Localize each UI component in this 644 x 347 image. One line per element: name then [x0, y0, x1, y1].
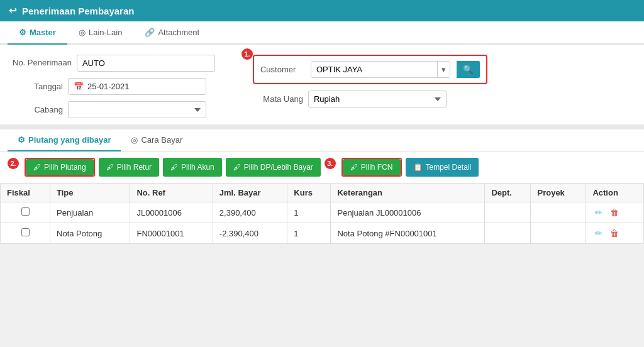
- attachment-icon: 🔗: [145, 28, 155, 37]
- action-buttons-row: 2. 🖋 Pilih Piutang 🖋 Pilih Retur 🖋 Pilih…: [0, 151, 644, 183]
- customer-dropdown-btn[interactable]: ▾: [437, 62, 450, 77]
- customer-input-group: ▾: [311, 61, 450, 78]
- action-cell-2: ✏ 🗑: [586, 223, 644, 244]
- lain-lain-icon: ◎: [79, 28, 86, 37]
- pilih-dp-btn[interactable]: 🖋 Pilih DP/Lebih Bayar: [226, 158, 321, 177]
- dept-cell-1: [485, 202, 531, 223]
- no-penerimaan-input[interactable]: [77, 55, 215, 72]
- col-dept: Dept.: [485, 184, 531, 202]
- customer-label: Customer: [260, 65, 304, 74]
- proyek-cell-2: [531, 223, 586, 244]
- tab-cara-bayar[interactable]: ◎ Cara Bayar: [121, 129, 192, 151]
- col-keterangan: Keterangan: [331, 184, 485, 202]
- badge-3: 3.: [325, 158, 336, 169]
- pilih-fcn-icon: 🖋: [350, 163, 358, 172]
- calendar-icon: 📅: [74, 82, 84, 91]
- section-divider: [0, 124, 644, 129]
- cabang-label: Cabang: [13, 105, 63, 114]
- table-row: Nota Potong FN00001001 -2,390,400 1 Nota…: [1, 223, 644, 244]
- pilih-akun-icon: 🖋: [170, 163, 178, 172]
- form-section: No. Penerimaan Tanggal 📅 25-01-2021 Caba…: [0, 45, 644, 124]
- piutang-icon: ⚙: [18, 135, 25, 145]
- keterangan-cell-2: Nota Potong #FN00001001: [331, 223, 485, 244]
- badge-2: 2.: [8, 158, 19, 169]
- pilih-retur-icon: 🖋: [106, 163, 114, 172]
- mata-uang-label: Mata Uang: [253, 94, 303, 104]
- col-proyek: Proyek: [531, 184, 586, 202]
- tipe-cell-1: Penjualan: [50, 202, 130, 223]
- customer-highlight-box: Customer ▾ 🔍: [253, 55, 487, 84]
- edit-btn-1[interactable]: ✏: [592, 206, 605, 219]
- pilih-piutang-btn[interactable]: 🖋 Pilih Piutang: [26, 159, 94, 175]
- kurs-cell-2: 1: [287, 223, 331, 244]
- bottom-tabs: ⚙ Piutang yang dibayar ◎ Cara Bayar: [0, 129, 644, 151]
- col-action: Action: [586, 184, 644, 202]
- jml-bayar-cell-2: -2,390,400: [213, 223, 287, 244]
- customer-search-btn[interactable]: 🔍: [457, 61, 480, 78]
- pilih-fcn-btn[interactable]: 🖋 Pilih FCN: [343, 159, 401, 175]
- tempel-detail-icon: 📋: [413, 163, 423, 172]
- cabang-row: Cabang: [13, 101, 215, 118]
- master-icon: ⚙: [19, 28, 26, 37]
- action-cell-1: ✏ 🗑: [586, 202, 644, 223]
- keterangan-cell-1: Penjualan JL00001006: [331, 202, 485, 223]
- pilih-fcn-wrap: 🖋 Pilih FCN: [341, 158, 402, 177]
- customer-input[interactable]: [311, 62, 437, 77]
- tab-lain-lain[interactable]: ◎ Lain-Lain: [67, 21, 134, 45]
- row-checkbox-1[interactable]: [21, 207, 30, 216]
- col-kurs: Kurs: [287, 184, 331, 202]
- fiskal-cell-2: [1, 223, 50, 244]
- row-checkbox-2[interactable]: [21, 228, 30, 236]
- jml-bayar-cell-1: 2,390,400: [213, 202, 287, 223]
- delete-btn-1[interactable]: 🗑: [608, 206, 621, 219]
- pilih-retur-btn[interactable]: 🖋 Pilih Retur: [99, 158, 159, 177]
- col-jml-bayar: Jml. Bayar: [213, 184, 287, 202]
- badge-1: 1.: [242, 48, 255, 60]
- data-table: Fiskal Tipe No. Ref Jml. Bayar Kurs Kete…: [0, 183, 644, 244]
- cara-bayar-icon: ◎: [131, 135, 138, 145]
- col-tipe: Tipe: [50, 184, 130, 202]
- search-icon: 🔍: [463, 65, 474, 74]
- pilih-piutang-icon: 🖋: [33, 163, 41, 172]
- pilih-piutang-wrap: 🖋 Pilih Piutang: [25, 158, 95, 177]
- header-title: Penerimaan Pembayaran: [22, 6, 134, 16]
- header-bar: ↩ Penerimaan Pembayaran: [0, 0, 644, 21]
- delete-btn-2[interactable]: 🗑: [608, 227, 621, 240]
- mata-uang-select[interactable]: Rupiah: [308, 91, 447, 107]
- form-right: 1. Customer ▾ 🔍 Mata Uang Rupiah: [253, 55, 487, 118]
- no-penerimaan-label: No. Penerimaan: [13, 58, 72, 69]
- tipe-cell-2: Nota Potong: [50, 223, 130, 244]
- mata-uang-row: Mata Uang Rupiah: [253, 91, 487, 107]
- col-fiskal: Fiskal: [1, 184, 50, 202]
- table-header-row: Fiskal Tipe No. Ref Jml. Bayar Kurs Kete…: [1, 184, 644, 202]
- tab-piutang[interactable]: ⚙ Piutang yang dibayar: [8, 129, 121, 151]
- header-icon: ↩: [9, 5, 17, 16]
- proyek-cell-1: [531, 202, 586, 223]
- fiskal-cell-1: [1, 202, 50, 223]
- cabang-select[interactable]: [68, 101, 206, 118]
- kurs-cell-1: 1: [287, 202, 331, 223]
- tanggal-label: Tanggal: [13, 82, 63, 91]
- pilih-dp-icon: 🖋: [233, 163, 241, 172]
- no-ref-cell-1: JL00001006: [130, 202, 213, 223]
- tempel-detail-btn[interactable]: 📋 Tempel Detail: [406, 158, 479, 177]
- table-row: Penjualan JL00001006 2,390,400 1 Penjual…: [1, 202, 644, 223]
- no-penerimaan-row: No. Penerimaan: [13, 55, 215, 72]
- edit-btn-2[interactable]: ✏: [592, 227, 605, 240]
- form-left: No. Penerimaan Tanggal 📅 25-01-2021 Caba…: [13, 55, 215, 118]
- dept-cell-2: [485, 223, 531, 244]
- no-ref-cell-2: FN00001001: [130, 223, 213, 244]
- bottom-section: ⚙ Piutang yang dibayar ◎ Cara Bayar 2. 🖋…: [0, 129, 644, 244]
- tab-master[interactable]: ⚙ Master: [8, 21, 67, 45]
- tab-attachment[interactable]: 🔗 Attachment: [133, 21, 211, 45]
- top-tabs: ⚙ Master ◎ Lain-Lain 🔗 Attachment: [0, 21, 644, 45]
- tanggal-field[interactable]: 📅 25-01-2021: [68, 78, 206, 95]
- col-no-ref: No. Ref: [130, 184, 213, 202]
- tanggal-row: Tanggal 📅 25-01-2021: [13, 78, 215, 95]
- pilih-akun-btn[interactable]: 🖋 Pilih Akun: [163, 158, 222, 177]
